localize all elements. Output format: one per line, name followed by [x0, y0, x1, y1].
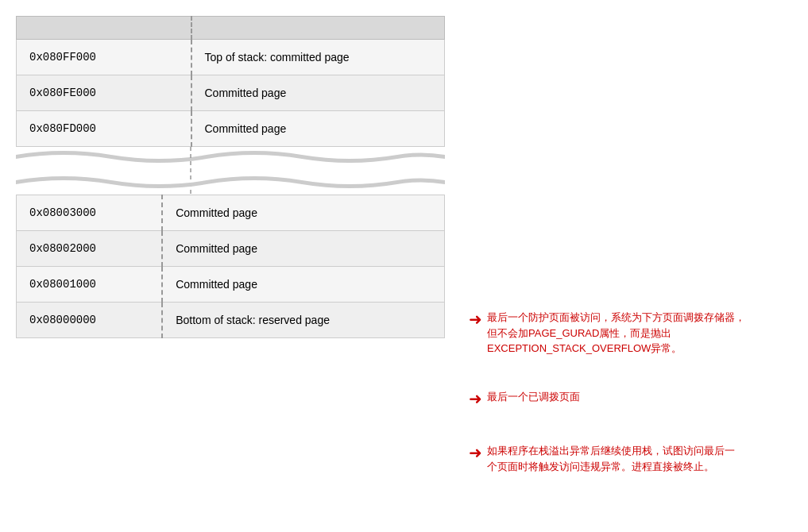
- table-row: 0x080FF000Top of stack: committed page: [17, 40, 445, 75]
- table-row: 0x08001000Committed page: [17, 267, 445, 303]
- address-cell: 0x080FF000: [17, 40, 191, 75]
- table-wrapper: 0x080FF000Top of stack: committed page0x…: [0, 8, 461, 524]
- address-cell: 0x08002000: [17, 231, 163, 267]
- state-cell: Top of stack: committed page: [191, 40, 445, 75]
- arrow-icon: ➜: [469, 310, 482, 329]
- address-cell: 0x08003000: [17, 195, 163, 231]
- annotation-item: ➜最后一个防护页面被访问，系统为下方页面调拨存储器， 但不会加PAGE_GURA…: [469, 310, 745, 357]
- state-cell: Committed page: [162, 267, 444, 303]
- table-row: 0x08003000Committed page: [17, 195, 445, 231]
- state-cell: Committed page: [162, 195, 444, 231]
- annotation-text: 最后一个已调拨页面: [487, 389, 580, 405]
- memory-table: 0x080FF000Top of stack: committed page0x…: [16, 16, 445, 147]
- address-cell: 0x080FE000: [17, 75, 191, 111]
- address-cell: 0x08000000: [17, 303, 163, 338]
- state-cell: Bottom of stack: reserved page: [162, 303, 444, 338]
- table-row: 0x08000000Bottom of stack: reserved page: [17, 303, 445, 338]
- state-cell: Committed page: [191, 111, 445, 147]
- table-row: 0x080FE000Committed page: [17, 75, 445, 111]
- annotation-item: ➜最后一个已调拨页面: [469, 389, 580, 408]
- arrow-icon: ➜: [469, 443, 482, 462]
- arrow-icon: ➜: [469, 389, 482, 408]
- annotation-text: 最后一个防护页面被访问，系统为下方页面调拨存储器， 但不会加PAGE_GURAD…: [487, 310, 745, 357]
- annotation-item: ➜如果程序在栈溢出异常后继续使用栈，试图访问最后一 个页面时将触发访问违规异常。…: [469, 443, 735, 474]
- table-row: 0x08002000Committed page: [17, 231, 445, 267]
- col-header-address: [17, 17, 191, 40]
- annotations-panel: ➜最后一个防护页面被访问，系统为下方页面调拨存储器， 但不会加PAGE_GURA…: [469, 0, 802, 532]
- annotation-text: 如果程序在栈溢出异常后继续使用栈，试图访问最后一 个页面时将触发访问违规异常。进…: [487, 443, 735, 474]
- table-row: 0x080FD000Committed page: [17, 111, 445, 147]
- state-cell: Committed page: [191, 75, 445, 111]
- state-cell: Committed page: [162, 231, 444, 267]
- address-cell: 0x080FD000: [17, 111, 191, 147]
- main-container: 0x080FF000Top of stack: committed page0x…: [0, 0, 808, 532]
- memory-table-bottom: 0x08003000Committed page0x08002000Commit…: [16, 195, 445, 338]
- address-cell: 0x08001000: [17, 267, 163, 303]
- wave-separator: [16, 147, 445, 195]
- col-header-state: [191, 17, 445, 40]
